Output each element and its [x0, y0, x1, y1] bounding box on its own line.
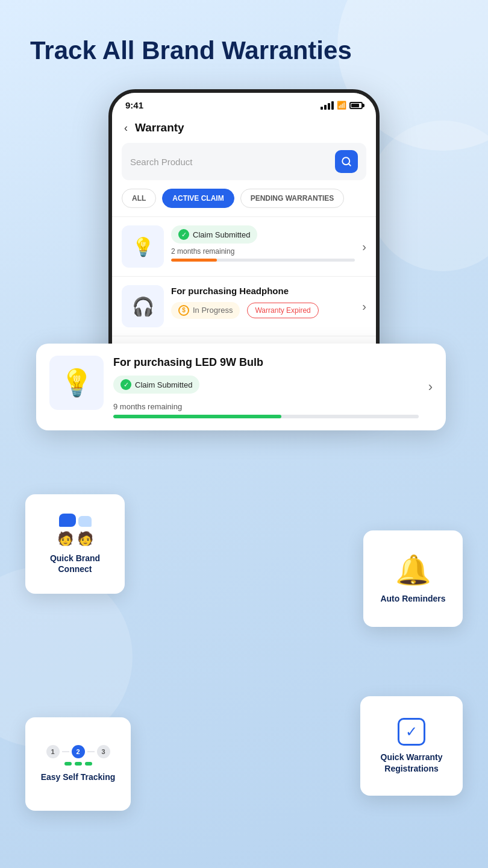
- easy-self-tracking-card: 1 2 3 Easy Self Tracking: [25, 717, 131, 811]
- search-bar: Search Product: [122, 143, 366, 180]
- big-card-progress-fill: [113, 415, 281, 418]
- person-icon-1: 🧑: [57, 531, 74, 547]
- app-header: ‹ Warranty: [112, 115, 376, 143]
- chevron-right-2[interactable]: ›: [362, 300, 366, 313]
- battery-icon: [349, 102, 363, 109]
- big-card-title: For purchasing LED 9W Bulb: [113, 356, 419, 370]
- page-header: Track All Brand Warranties: [0, 0, 488, 83]
- search-button[interactable]: [335, 150, 358, 173]
- auto-reminders-card: 🔔 Auto Reminders: [363, 530, 463, 627]
- warranty-details-2: For purchasing Headphone $ In Progress W…: [171, 285, 355, 327]
- brand-connect-icon-area: 🧑 🧑: [57, 514, 93, 547]
- quick-warranty-label: Quick Warranty Registrations: [370, 752, 453, 773]
- remaining-text-1: 2 months remaining: [171, 247, 355, 256]
- chat-bubble-2: [78, 516, 92, 527]
- signal-icon: [321, 101, 334, 110]
- step-1: 1: [46, 745, 60, 758]
- step-connector-2: [87, 751, 95, 752]
- easy-tracking-label: Easy Self Tracking: [41, 772, 116, 782]
- filter-tabs: ALL ACTIVE CLAIM PENDING WARRANTIES: [112, 189, 376, 216]
- inprogress-icon-2: $: [178, 305, 189, 316]
- back-button[interactable]: ‹: [124, 122, 128, 134]
- big-card-remaining: 9 months remaining: [113, 402, 419, 411]
- dot-3: [85, 762, 92, 766]
- big-claim-card: 💡 For purchasing LED 9W Bulb ✓ Claim Sub…: [36, 344, 446, 430]
- quick-brand-connect-card: 🧑 🧑 Quick Brand Connect: [25, 494, 125, 594]
- app-title: Warranty: [135, 121, 184, 134]
- big-card-product-image: 💡: [49, 356, 104, 410]
- tracking-steps: 1 2 3: [46, 745, 110, 758]
- auto-reminders-label: Auto Reminders: [380, 593, 445, 604]
- svg-line-1: [348, 164, 350, 166]
- claim-status-text-1: Claim Submitted: [193, 230, 250, 239]
- product-image-2: 🎧: [122, 285, 164, 327]
- tracking-dots: [46, 762, 110, 766]
- search-icon: [341, 156, 352, 167]
- progress-fill-1: [171, 259, 217, 262]
- claim-status-badge-1: ✓ Claim Submitted: [171, 225, 257, 244]
- bell-icon: 🔔: [395, 553, 431, 587]
- dot-1: [64, 762, 72, 766]
- big-card-progress: [113, 415, 419, 418]
- warranty-item-1: 💡 ✓ Claim Submitted 2 months remaining ›: [112, 216, 376, 276]
- expired-badge-2: Warranty Expired: [247, 303, 318, 318]
- chevron-right-1[interactable]: ›: [362, 240, 366, 254]
- tab-active-claim[interactable]: ACTIVE CLAIM: [162, 189, 234, 208]
- person-icon-2: 🧑: [77, 531, 93, 547]
- tab-pending-warranties[interactable]: PENDING WARRANTIES: [240, 189, 345, 208]
- bell-icon-area: 🔔: [395, 553, 431, 587]
- inprogress-text-2: In Progress: [193, 306, 233, 315]
- warranty-reg-icon-area: ✓: [398, 718, 425, 746]
- progress-bar-1: [171, 259, 355, 262]
- check-mark: ✓: [405, 723, 418, 740]
- search-placeholder: Search Product: [130, 157, 335, 167]
- step-2: 2: [72, 745, 85, 758]
- claim-status-icon-1: ✓: [178, 229, 189, 240]
- inprogress-badge-2: $ In Progress: [171, 302, 240, 319]
- status-bar: 9:41 📶: [112, 93, 376, 115]
- tracking-icon-area: 1 2 3: [46, 745, 110, 766]
- status-icons: 📶: [321, 101, 363, 110]
- status-time: 9:41: [125, 100, 143, 110]
- big-card-chevron[interactable]: ›: [428, 379, 433, 395]
- product-image-1: 💡: [122, 225, 164, 268]
- quick-brand-connect-label: Quick Brand Connect: [35, 553, 115, 574]
- step-connector-1: [62, 751, 69, 752]
- chat-bubble-1: [59, 514, 76, 527]
- product-name-2: For purchasing Headphone: [171, 285, 355, 297]
- big-card-status-text: Claim Submitted: [135, 380, 192, 389]
- warranty-details-1: ✓ Claim Submitted 2 months remaining: [171, 225, 355, 268]
- dot-2: [75, 762, 82, 766]
- big-card-status: ✓ Claim Submitted: [113, 376, 199, 394]
- big-card-content: For purchasing LED 9W Bulb ✓ Claim Submi…: [113, 356, 419, 418]
- checkbox-icon: ✓: [398, 718, 425, 746]
- big-card-status-icon: ✓: [120, 379, 131, 390]
- page-title: Track All Brand Warranties: [30, 36, 458, 65]
- wifi-icon: 📶: [337, 101, 346, 110]
- tab-all[interactable]: ALL: [122, 189, 156, 208]
- step-3: 3: [97, 745, 110, 758]
- warranty-item-2: 🎧 For purchasing Headphone $ In Progress…: [112, 276, 376, 336]
- quick-warranty-registrations-card: ✓ Quick Warranty Registrations: [360, 696, 463, 796]
